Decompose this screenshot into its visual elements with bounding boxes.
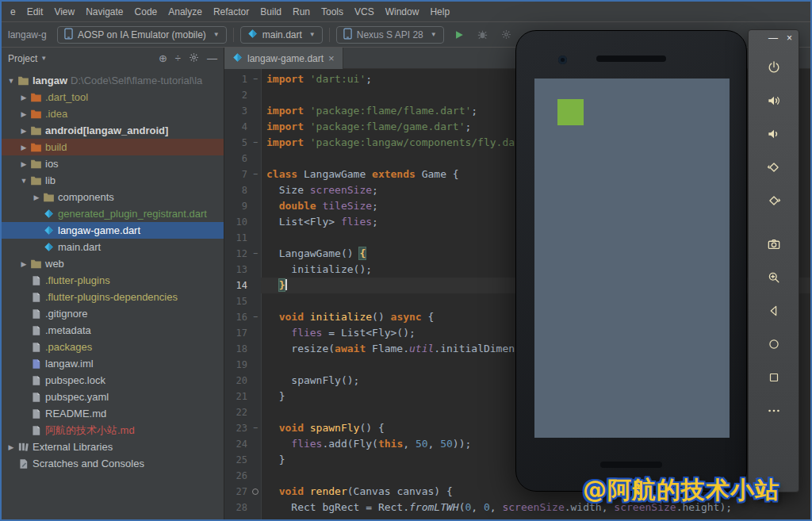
emulator-home-button[interactable]: [764, 337, 783, 354]
tree-item-packages[interactable]: .packages: [2, 339, 224, 355]
gear-icon[interactable]: [189, 52, 199, 65]
tree-item-ios[interactable]: ▶ios: [2, 155, 224, 172]
code-text: List<Fly> flies;: [261, 214, 378, 230]
phone-icon: [64, 28, 73, 42]
emulator-screenshot-button[interactable]: [764, 237, 783, 255]
dart-icon: [232, 52, 243, 65]
menu-item-run[interactable]: Run: [287, 4, 316, 20]
tree-item-android[interactable]: ▶android [langaw_android]: [2, 122, 224, 139]
fold-marker-icon[interactable]: −: [250, 246, 261, 262]
gutter-spacer: [250, 452, 261, 468]
run-config-label[interactable]: langaw-g: [8, 29, 51, 40]
close-icon[interactable]: ×: [328, 52, 335, 64]
tree-item-label: .idea: [45, 108, 67, 120]
tree-item-label: web: [45, 258, 64, 270]
device-selector[interactable]: AOSP on IA Emulator (mobile) ▼: [57, 26, 227, 44]
tree-item-label: .flutter-plugins: [45, 274, 110, 286]
chevron-right-icon: ▶: [6, 443, 16, 451]
token-field: tileSize: [322, 200, 372, 212]
line-number: 24: [224, 436, 250, 452]
tree-item-langaw-iml[interactable]: langaw.iml: [2, 355, 224, 372]
override-marker-icon[interactable]: [250, 484, 261, 500]
menu-item-help[interactable]: Help: [424, 4, 455, 20]
menu-item-navigate[interactable]: Navigate: [80, 4, 128, 20]
file-icon: [29, 275, 43, 286]
menu-item-build[interactable]: Build: [255, 4, 287, 20]
settings-icon[interactable]: [498, 26, 515, 44]
tree-item-md[interactable]: 阿航的技术小站.md: [2, 422, 224, 439]
emulator-screen[interactable]: [534, 79, 730, 438]
emulator-volume-up-button[interactable]: [764, 94, 783, 111]
code-text: [261, 293, 266, 309]
minimize-button[interactable]: —: [768, 33, 778, 44]
token-kw: import: [266, 105, 304, 117]
menu-item-e[interactable]: e: [5, 4, 21, 20]
hide-panel-icon[interactable]: —: [207, 52, 217, 64]
emulator-rotate-right-button[interactable]: [764, 193, 783, 211]
editor-tab[interactable]: langaw-game.dart ×: [224, 48, 343, 69]
token-num: 50: [440, 438, 453, 450]
tree-item-metadata[interactable]: .metadata: [2, 322, 224, 339]
tree-item-main-dart[interactable]: main.dart: [2, 239, 224, 255]
fold-marker-icon[interactable]: −: [250, 309, 261, 325]
token-plain: [304, 485, 310, 497]
run-entry-selector[interactable]: main.dart ▼: [240, 26, 323, 44]
tree-item-pubspec-lock[interactable]: pubspec.lock: [2, 372, 224, 389]
tree-item-components[interactable]: ▶components: [2, 189, 224, 205]
tree-item-gitignore[interactable]: .gitignore: [2, 305, 224, 322]
chevron-right-icon: ▶: [19, 160, 29, 168]
tree-item-langaw[interactable]: ▼langaw D:\Code\Self\flame-tutorial\la: [2, 72, 224, 89]
run-entry-label: main.dart: [262, 29, 302, 40]
menu-item-analyze[interactable]: Analyze: [163, 4, 208, 20]
folder-icon: [29, 174, 43, 186]
locate-icon[interactable]: ⊕: [159, 52, 167, 64]
emulator-volume-down-button[interactable]: [764, 127, 783, 144]
target-device-selector[interactable]: Nexus S API 28 ▼: [336, 26, 444, 44]
fold-marker-icon[interactable]: −: [250, 420, 261, 436]
emulator-zoom-button[interactable]: [764, 270, 783, 288]
project-panel-title[interactable]: Project: [8, 53, 37, 64]
tree-item-label: pubspec.lock: [45, 374, 105, 386]
debug-button[interactable]: [474, 26, 492, 44]
tree-item-pubspec-yaml[interactable]: pubspec.yaml: [2, 389, 224, 405]
tree-item-flutter-plugins-dependencies[interactable]: .flutter-plugins-dependencies: [2, 289, 224, 305]
tree-item-label: build: [45, 141, 67, 153]
tree-item-readme-md[interactable]: README.md: [2, 405, 224, 422]
fold-marker-icon[interactable]: −: [250, 167, 261, 182]
tree-item-flutter-plugins[interactable]: .flutter-plugins: [2, 272, 224, 289]
close-button[interactable]: ×: [787, 33, 792, 44]
menu-item-code[interactable]: Code: [129, 4, 163, 20]
folder-icon: [29, 258, 43, 270]
gutter-spacer: [250, 389, 261, 404]
fold-marker-icon[interactable]: −: [250, 135, 261, 151]
tree-item-web[interactable]: ▶web: [2, 255, 224, 272]
run-button[interactable]: [450, 26, 468, 44]
tree-item-idea[interactable]: ▶.idea: [2, 105, 224, 122]
tree-item-build[interactable]: ▶build: [2, 139, 224, 155]
menu-item-vcs[interactable]: VCS: [349, 4, 380, 20]
tree-item-dart-tool[interactable]: ▶.dart_tool: [2, 89, 224, 105]
menu-item-window[interactable]: Window: [380, 4, 425, 20]
menu-item-edit[interactable]: Edit: [21, 4, 49, 20]
code-text: void initialize() async {: [261, 309, 434, 325]
tree-item-lib[interactable]: ▼lib: [2, 172, 224, 189]
token-plain: ;: [372, 216, 378, 228]
line-number: 11: [224, 230, 250, 246]
token-plain: Flame.: [366, 343, 409, 354]
emulator-power-button[interactable]: [764, 60, 783, 78]
code-text: double tileSize;: [261, 198, 378, 214]
emulator-more-button[interactable]: [764, 404, 783, 421]
collapse-all-icon[interactable]: ÷: [175, 52, 181, 64]
tree-item-generated-plugin-registrant-dart[interactable]: generated_plugin_registrant.dart: [2, 205, 224, 222]
menu-item-tools[interactable]: Tools: [316, 4, 349, 20]
emulator-overview-button[interactable]: [764, 370, 783, 388]
emulator-rotate-left-button[interactable]: [764, 160, 783, 178]
tree-item-langaw-game-dart[interactable]: langaw-game.dart: [2, 222, 224, 239]
tree-item-external-libraries[interactable]: ▶External Libraries: [2, 439, 224, 455]
token-str: 'package:langaw/components/fly.dart': [310, 136, 534, 148]
menu-item-view[interactable]: View: [48, 4, 80, 20]
menu-item-refactor[interactable]: Refactor: [208, 4, 255, 20]
tree-item-scratches-and-consoles[interactable]: Scratches and Consoles: [2, 455, 224, 472]
fold-marker-icon[interactable]: −: [250, 71, 261, 87]
emulator-back-button[interactable]: [764, 304, 783, 321]
